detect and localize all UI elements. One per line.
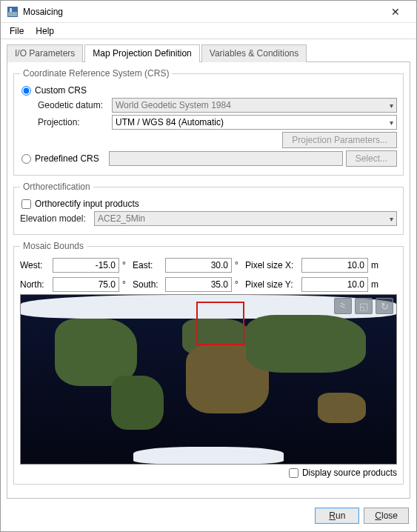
window-title: Mosaicing — [23, 7, 381, 17]
chevron-down-icon: ▾ — [390, 215, 393, 223]
pixel-y-label: Pixel size Y: — [245, 279, 298, 290]
close-button[interactable]: Close — [364, 508, 409, 524]
elevation-model-combo: ACE2_5Min ▾ — [94, 211, 397, 226]
projection-value: UTM / WGS 84 (Automatic) — [116, 117, 224, 127]
window-titlebar: Mosaicing ✕ — [1, 1, 416, 23]
radio-predefined-crs[interactable] — [21, 154, 31, 164]
custom-crs-label: Custom CRS — [35, 85, 87, 96]
mosaic-bounds-legend: Mosaic Bounds — [20, 241, 87, 251]
projection-parameters-button: Projection Parameters... — [282, 132, 397, 148]
m-unit: m — [371, 260, 378, 270]
projection-label: Projection: — [38, 117, 112, 127]
geodetic-datum-value: World Geodetic System 1984 — [116, 100, 231, 110]
menu-help[interactable]: Help — [30, 24, 60, 38]
ortho-group: Orthorectification Orthorectify input pr… — [13, 182, 404, 235]
orthorectify-label: Orthorectify input products — [35, 199, 139, 209]
mosaic-bounds-group: Mosaic Bounds West: ° East: ° Pixel size… — [13, 241, 404, 485]
deg-unit: ° — [122, 279, 130, 290]
world-map[interactable]: ⺀ ◱ ↻ — [20, 294, 397, 465]
display-source-products-label: Display source products — [302, 468, 397, 478]
north-label: North: — [20, 279, 50, 290]
map-tool-pan-icon[interactable]: ⺀ — [334, 298, 352, 314]
elevation-model-value: ACE2_5Min — [98, 213, 145, 224]
tabstrip: I/O Parameters Map Projection Definition… — [7, 44, 410, 61]
pixel-y-input[interactable] — [301, 277, 368, 292]
radio-custom-crs[interactable] — [21, 86, 31, 96]
north-input[interactable] — [53, 277, 119, 292]
run-button[interactable]: Run — [315, 508, 359, 524]
display-source-products-checkbox[interactable] — [289, 468, 298, 478]
crs-legend: Coordinate Reference System (CRS) — [20, 68, 172, 79]
dialog-footer: Run Close — [1, 503, 416, 531]
orthorectify-checkbox[interactable] — [21, 199, 31, 209]
menu-file[interactable]: File — [4, 24, 30, 38]
menubar: File Help — [1, 23, 416, 39]
deg-unit: ° — [235, 260, 242, 270]
map-toolbar: ⺀ ◱ ↻ — [334, 298, 393, 314]
chevron-down-icon: ▾ — [390, 102, 393, 110]
m-unit: m — [371, 279, 378, 290]
geodetic-datum-combo: World Geodetic System 1984 ▾ — [112, 98, 397, 113]
map-tool-reset-icon[interactable]: ↻ — [376, 298, 393, 314]
close-icon[interactable]: ✕ — [381, 6, 410, 18]
south-label: South: — [133, 279, 162, 290]
tab-map-projection-definition[interactable]: Map Projection Definition — [84, 44, 199, 62]
svg-rect-1 — [8, 12, 17, 16]
map-tool-zoom-icon[interactable]: ◱ — [355, 298, 373, 314]
tab-io-parameters[interactable]: I/O Parameters — [7, 44, 83, 62]
predefined-crs-label: Predefined CRS — [35, 153, 109, 164]
tab-panel-map: Coordinate Reference System (CRS) Custom… — [7, 61, 410, 499]
predefined-crs-field — [109, 151, 343, 166]
west-input[interactable] — [53, 258, 119, 273]
pixel-x-input[interactable] — [301, 258, 368, 273]
elevation-model-label: Elevation model: — [20, 213, 94, 224]
ortho-legend: Orthorectification — [20, 182, 93, 192]
select-crs-button: Select... — [346, 150, 397, 167]
chevron-down-icon: ▾ — [390, 119, 393, 127]
tab-variables-conditions[interactable]: Variables & Conditions — [201, 44, 307, 62]
crs-group: Coordinate Reference System (CRS) Custom… — [13, 68, 404, 176]
deg-unit: ° — [122, 260, 130, 270]
south-input[interactable] — [165, 277, 232, 292]
pixel-x-label: Pixel size X: — [245, 260, 298, 270]
svg-rect-2 — [10, 8, 12, 12]
geodetic-datum-label: Geodetic datum: — [38, 100, 112, 110]
east-label: East: — [133, 260, 162, 270]
west-label: West: — [20, 260, 50, 270]
east-input[interactable] — [165, 258, 232, 273]
projection-combo[interactable]: UTM / WGS 84 (Automatic) ▾ — [112, 115, 397, 130]
app-icon — [7, 6, 19, 18]
deg-unit: ° — [235, 279, 242, 290]
bounds-selection-box[interactable] — [196, 302, 244, 345]
